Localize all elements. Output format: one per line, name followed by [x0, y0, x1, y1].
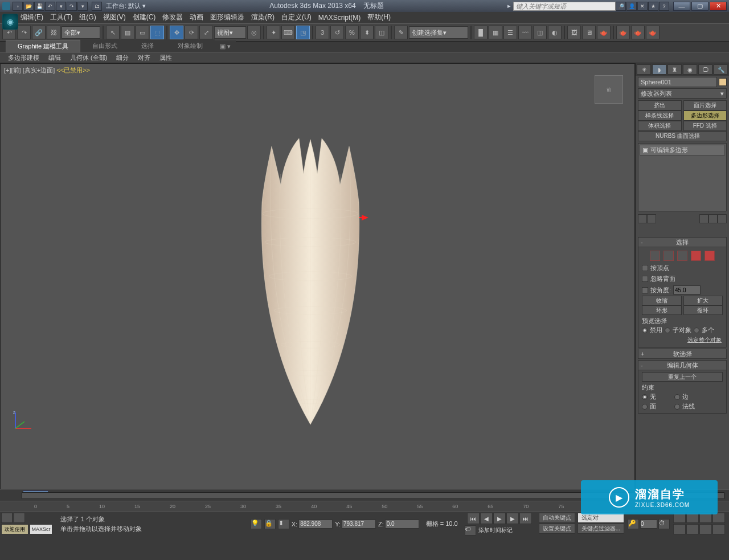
hierarchy-tab-icon[interactable]: ♜	[667, 64, 682, 75]
script-icon[interactable]	[1, 513, 13, 523]
btn-poly-select[interactable]: 多边形选择	[683, 111, 727, 121]
schematic-icon[interactable]: ◫	[533, 26, 547, 39]
signin-icon[interactable]: 👤	[626, 2, 637, 11]
render-icon[interactable]: 🫖	[597, 26, 611, 39]
undo-dd-icon[interactable]: ▾	[56, 2, 66, 11]
configure-icon[interactable]	[718, 214, 727, 223]
align-icon[interactable]: ▦	[489, 26, 502, 39]
radio-normal[interactable]	[674, 404, 680, 410]
menu-tools[interactable]: 工具(T)	[50, 13, 72, 22]
btn-ffd-select[interactable]: FFD 选择	[683, 121, 727, 131]
rollout-soft-selection[interactable]: +软选择	[638, 349, 727, 359]
exchange-icon[interactable]: ✕	[637, 2, 648, 11]
named-sel-edit-icon[interactable]: ✎	[394, 26, 408, 39]
redo-dd-icon[interactable]: ▾	[77, 2, 88, 11]
tab-selection[interactable]: 选择	[129, 39, 166, 52]
tab-graphite[interactable]: Graphite 建模工具	[6, 40, 80, 52]
new-icon[interactable]: ▫	[13, 2, 23, 11]
current-frame-input[interactable]	[640, 520, 657, 529]
menu-anim[interactable]: 动画	[190, 13, 203, 22]
viewport-label[interactable]: [+][前] [真实+边面] <<已禁用>>	[4, 66, 90, 75]
goto-end-icon[interactable]: ⏭	[519, 513, 532, 524]
create-tab-icon[interactable]: ✳	[637, 64, 651, 75]
btn-shrink[interactable]: 收缩	[642, 296, 682, 305]
select-region-icon[interactable]: ▭	[136, 26, 149, 39]
adapt-icon[interactable]: ⬍	[278, 519, 289, 529]
key-filters-button[interactable]: 关键点过滤器...	[578, 524, 624, 534]
project-icon[interactable]: 🗂	[92, 2, 102, 11]
chk-by-angle[interactable]	[642, 287, 648, 293]
fov-icon[interactable]	[673, 524, 686, 534]
menu-edit[interactable]: 编辑(E)	[21, 13, 43, 22]
object-name-field[interactable]: Sphere001	[638, 77, 717, 87]
sub-poly[interactable]: 多边形建模	[6, 54, 42, 62]
rotate-icon[interactable]: ⟳	[185, 26, 198, 39]
btn-extrude[interactable]: 挤出	[638, 100, 682, 111]
subobj-polygon-icon[interactable]	[691, 251, 701, 261]
scale-icon[interactable]: ⤢	[199, 26, 213, 39]
menu-help[interactable]: 帮助(H)	[367, 13, 391, 22]
maximize-button[interactable]: ▢	[691, 2, 708, 11]
coord-y-input[interactable]	[342, 520, 376, 529]
key-mode-icon[interactable]: 🔑	[628, 519, 639, 529]
menu-modifiers[interactable]: 修改器	[162, 13, 183, 22]
sub-subdiv[interactable]: 细分	[114, 54, 131, 62]
viewcube[interactable]: 前	[595, 75, 623, 104]
object-color-swatch[interactable]	[719, 78, 727, 86]
orbit-icon[interactable]	[699, 524, 712, 534]
subobj-edge-icon[interactable]	[664, 251, 674, 261]
save-icon[interactable]: 💾	[34, 2, 44, 11]
goto-start-icon[interactable]: ⏮	[467, 513, 480, 524]
named-selection-dropdown[interactable]: 创建选择集 ▾	[409, 26, 468, 39]
lock-icon[interactable]: 🔒	[264, 519, 276, 529]
btn-grow[interactable]: 扩大	[683, 296, 723, 305]
radio-edge[interactable]	[674, 394, 680, 400]
menu-custom[interactable]: 自定义(U)	[281, 13, 312, 22]
play-icon[interactable]: ▶	[493, 513, 506, 524]
mirror-icon[interactable]: ▐▌	[474, 26, 488, 39]
display-tab-icon[interactable]: 🖵	[698, 64, 712, 75]
coord-z-input[interactable]	[385, 520, 419, 529]
pan-icon[interactable]	[686, 524, 699, 534]
expand-icon[interactable]: ▣	[642, 146, 648, 154]
radio-subobj[interactable]	[665, 328, 670, 333]
keyboard-shortcut-icon[interactable]: ⌨	[281, 26, 295, 39]
welcome-button[interactable]: 欢迎使用	[1, 524, 28, 534]
angle-snap-icon[interactable]: ↺	[330, 26, 344, 39]
menu-render[interactable]: 渲染(R)	[251, 13, 275, 22]
isolate-icon[interactable]: 💡	[251, 519, 262, 529]
btn-face-select[interactable]: 面片选择	[683, 100, 727, 111]
sub-props[interactable]: 属性	[157, 54, 174, 62]
render-iter-icon[interactable]: 🫖	[631, 26, 645, 39]
selection-filter-dropdown[interactable]: 全部 ▾	[62, 26, 100, 39]
make-unique-icon[interactable]	[699, 214, 708, 223]
btn-ring[interactable]: 环形	[642, 305, 682, 315]
menu-maxscript[interactable]: MAXScript(M)	[318, 14, 361, 22]
search-caret-icon[interactable]: ▸	[507, 2, 511, 10]
subobj-border-icon[interactable]	[677, 251, 687, 261]
snap-3d-icon[interactable]: 3	[316, 26, 329, 39]
menu-create[interactable]: 创建(C)	[133, 13, 156, 22]
layer-icon[interactable]: ☰	[503, 26, 517, 39]
time-tag-icon[interactable]: 🏷	[465, 525, 476, 536]
ribbon-expand-icon[interactable]: ▣ ▾	[215, 40, 236, 52]
angle-spinner[interactable]	[673, 285, 701, 295]
render-prod-icon[interactable]: 🫖	[616, 26, 630, 39]
radio-multi[interactable]	[694, 328, 699, 333]
menu-group[interactable]: 组(G)	[79, 13, 96, 22]
btn-spline-select[interactable]: 样条线选择	[638, 111, 682, 121]
petal-mesh[interactable]	[236, 117, 384, 436]
sub-geom[interactable]: 几何体 (全部)	[68, 54, 109, 62]
add-time-tag[interactable]: 添加时间标记	[478, 526, 513, 534]
window-crossing-icon[interactable]: ⬚	[150, 26, 164, 39]
set-key-button[interactable]: 设置关键点	[539, 524, 575, 534]
chk-by-vertex[interactable]	[642, 265, 648, 271]
minimize-button[interactable]: —	[673, 2, 690, 11]
btn-loop[interactable]: 循环	[683, 305, 723, 315]
next-frame-icon[interactable]: ▶	[506, 513, 519, 524]
menu-graph[interactable]: 图形编辑器	[210, 13, 244, 22]
sub-edit[interactable]: 编辑	[46, 54, 63, 62]
sub-align[interactable]: 对齐	[136, 54, 153, 62]
select-name-icon[interactable]: ▤	[121, 26, 134, 39]
pivot-icon[interactable]: ◎	[247, 26, 261, 39]
